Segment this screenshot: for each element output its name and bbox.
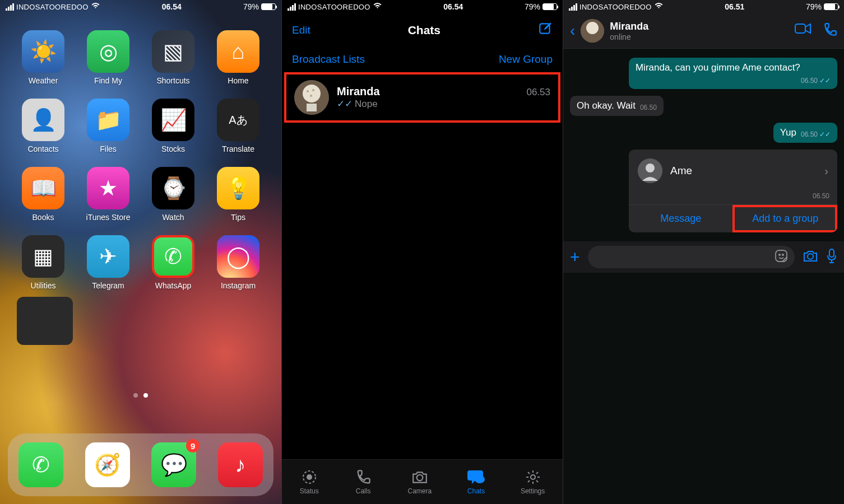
sticker-icon[interactable] [775,249,788,265]
tab-status[interactable]: Status [300,469,319,495]
app-shortcuts[interactable]: ▧Shortcuts [147,30,200,85]
mic-icon[interactable] [826,248,837,266]
avatar[interactable] [581,19,604,43]
app-itunes-store[interactable]: ★iTunes Store [82,167,135,222]
redacted-widget [17,297,73,345]
screen-title: Chats [408,24,440,37]
add-to-group-button[interactable]: Add to a group [732,205,837,232]
battery-icon [542,3,557,10]
dock-safari[interactable]: 🧭 [85,442,130,487]
app-label: Files [100,144,117,153]
dock-music[interactable]: ♪ [218,442,263,487]
message-out[interactable]: Miranda, can you gimme Ame contact? 06.5… [629,58,837,89]
app-label: iTunes Store [86,213,131,222]
app-label: Find My [94,76,122,85]
edit-button[interactable]: Edit [292,24,310,36]
app-icon: ☀️ [22,30,64,73]
status-bar: INDOSATOOREDOO 06.51 79% [563,0,844,13]
avatar [294,80,329,115]
message-text: Yup [780,127,796,138]
message-time: 06.50 [801,77,818,85]
svg-point-2 [303,85,321,102]
app-home[interactable]: ⌂Home [212,30,265,85]
contact-card-header[interactable]: Ame › [629,150,837,192]
contact-card: Ame › 06.50 Message Add to a group [629,150,837,232]
app-label: Weather [29,76,58,85]
app-telegram[interactable]: ✈Telegram [82,235,135,290]
app-label: Contacts [27,144,58,153]
status-bar: INDOSATOOREDOO 06.54 79% [0,0,281,13]
svg-point-16 [646,164,655,172]
app-utilities[interactable]: ▦Utilities [17,235,69,290]
messages-list: Miranda, can you gimme Ame contact? 06.5… [563,49,844,241]
message-time: 06.50 [640,104,657,111]
app-stocks[interactable]: 📈Stocks [147,99,200,153]
message-text: Oh okay. Wait [577,100,636,111]
tab-calls[interactable]: Calls [354,469,372,495]
svg-rect-17 [776,250,787,262]
tab-camera[interactable]: Camera [407,469,432,495]
app-label: Watch [162,213,184,222]
message-button[interactable]: Message [629,205,733,232]
chat-preview: Nope [355,99,378,110]
app-instagram[interactable]: ◯Instagram [212,235,265,290]
svg-rect-14 [795,24,805,33]
dock-messages[interactable]: 💬9 [151,442,196,487]
tab-settings[interactable]: Settings [521,469,545,495]
clock: 06.51 [725,2,744,11]
app-icon: Aあ [217,99,259,141]
app-weather[interactable]: ☀️Weather [17,30,69,85]
tab-chats[interactable]: Chats [467,469,485,495]
app-books[interactable]: 📖Books [17,167,69,222]
svg-point-20 [808,254,813,259]
broadcast-lists-link[interactable]: Broadcast Lists [292,53,365,66]
whatsapp-chats-screen: INDOSATOOREDOO 06.54 79% Edit Chats Broa… [281,0,563,504]
compose-icon[interactable] [538,21,553,39]
bottom-tabs: StatusCallsCameraChatsSettings [282,459,563,504]
app-grid: ☀️Weather◎Find My▧Shortcuts⌂Home👤Contact… [0,13,281,290]
app-tips[interactable]: 💡Tips [212,167,265,222]
svg-point-3 [307,90,309,92]
new-group-link[interactable]: New Group [499,53,553,66]
message-out[interactable]: Yup 06.50✓✓ [773,123,837,143]
svg-rect-6 [307,104,317,111]
clock: 06.54 [162,2,182,11]
message-in[interactable]: Oh okay. Wait 06.50 [570,96,664,116]
contact-title[interactable]: Miranda online [610,21,789,41]
app-label: Tips [231,213,245,222]
app-icon: 👤 [22,99,64,141]
app-watch[interactable]: ⌚Watch [147,167,200,222]
app-label: Home [228,76,248,85]
tab-label: Camera [407,487,432,495]
app-translate[interactable]: AあTranslate [212,99,265,153]
chevron-right-icon: › [824,165,828,178]
app-icon: ✈ [87,235,129,278]
app-icon: ★ [87,167,129,209]
wifi-icon [654,2,664,11]
battery-percent: 79% [525,2,540,11]
attach-icon[interactable]: + [570,248,580,267]
battery-percent: 79% [243,2,259,11]
voice-call-icon[interactable] [823,22,837,39]
battery-icon [824,3,838,10]
message-input[interactable] [588,246,795,268]
app-contacts[interactable]: 👤Contacts [17,99,69,153]
app-whatsapp[interactable]: ✆WhatsApp [147,235,200,290]
chat-name: Miranda [337,85,380,98]
chat-row-miranda[interactable]: Miranda 06.53 ✓✓ Nope [284,72,560,123]
app-find-my[interactable]: ◎Find My [82,30,135,85]
badge: 9 [186,439,200,452]
composer-bar: + [563,241,844,273]
back-button[interactable]: ‹ [570,22,575,40]
chats-subheader: Broadcast Lists New Group [282,46,563,72]
status-bar: INDOSATOOREDOO 06.54 79% [282,0,563,13]
camera-icon[interactable] [803,249,818,265]
carrier-label: INDOSATOOREDOO [298,3,370,11]
chats-icon [467,469,485,485]
signal-icon [569,3,577,11]
page-indicator[interactable] [0,393,281,398]
svg-point-8 [307,475,312,479]
dock-phone[interactable]: ✆ [18,442,63,487]
app-files[interactable]: 📁Files [82,99,135,153]
video-call-icon[interactable] [795,22,811,39]
